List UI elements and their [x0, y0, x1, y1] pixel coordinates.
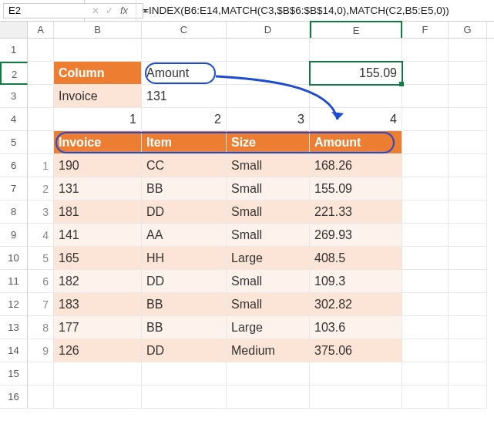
cell[interactable] — [402, 177, 449, 200]
cell[interactable] — [402, 386, 449, 409]
col-header-C[interactable]: C — [142, 22, 227, 38]
cell[interactable] — [449, 386, 487, 409]
formula-input[interactable]: =INDEX(B6:E14,MATCH(C3,$B$6:$B$14,0),MAT… — [136, 0, 494, 21]
index-num[interactable]: 6 — [28, 270, 54, 293]
lookup-invoice-label[interactable]: Invoice — [54, 85, 142, 108]
index-num[interactable]: 3 — [28, 200, 54, 224]
cell-item[interactable]: BB — [142, 316, 227, 339]
cell-amount[interactable]: 103.6 — [310, 316, 402, 339]
index-num[interactable]: 2 — [28, 177, 54, 200]
row-header[interactable]: 13 — [0, 316, 28, 339]
cell[interactable] — [402, 270, 449, 293]
row-header[interactable]: 16 — [0, 386, 28, 409]
cell-invoice[interactable]: 182 — [54, 270, 142, 293]
lookup-column-value[interactable]: Amount — [142, 62, 227, 85]
row-header[interactable]: 11 — [0, 270, 28, 293]
cell[interactable] — [449, 154, 487, 177]
index-num[interactable]: 5 — [28, 247, 54, 270]
row-header[interactable]: 3 — [0, 85, 28, 108]
cell[interactable] — [28, 386, 54, 409]
cell-invoice[interactable]: 131 — [54, 177, 142, 200]
cell[interactable] — [402, 224, 449, 247]
cancel-icon[interactable]: ✕ — [89, 5, 102, 16]
row-header[interactable]: 15 — [0, 362, 28, 386]
cell-item[interactable]: HH — [142, 247, 227, 270]
cell-size[interactable]: Small — [227, 270, 310, 293]
cell-size[interactable]: Small — [227, 154, 310, 177]
cell[interactable] — [402, 154, 449, 177]
cell[interactable] — [449, 200, 487, 224]
cell[interactable] — [28, 85, 54, 108]
cell[interactable] — [449, 62, 487, 85]
cell-invoice[interactable]: 126 — [54, 339, 142, 362]
cell-invoice[interactable]: 141 — [54, 224, 142, 247]
cell[interactable] — [310, 85, 402, 108]
row-header[interactable]: 1 — [0, 39, 28, 62]
helper-num[interactable]: 3 — [227, 108, 310, 131]
cell[interactable] — [402, 62, 449, 85]
cell[interactable] — [310, 386, 402, 409]
cell-size[interactable]: Small — [227, 293, 310, 316]
helper-num[interactable]: 1 — [54, 108, 142, 131]
cell[interactable] — [449, 247, 487, 270]
col-header-F[interactable]: F — [402, 22, 449, 38]
row-header[interactable]: 12 — [0, 293, 28, 316]
cell-invoice[interactable]: 183 — [54, 293, 142, 316]
col-header-G[interactable]: G — [449, 22, 487, 38]
cell[interactable] — [449, 131, 487, 154]
cell[interactable] — [402, 247, 449, 270]
cell[interactable] — [449, 362, 487, 386]
index-num[interactable]: 1 — [28, 154, 54, 177]
table-header-invoice[interactable]: Invoice — [54, 131, 142, 154]
cell[interactable] — [54, 362, 142, 386]
cell[interactable] — [142, 386, 227, 409]
select-all-corner[interactable] — [0, 22, 28, 38]
index-num[interactable]: 4 — [28, 224, 54, 247]
cell[interactable] — [402, 362, 449, 386]
cell-item[interactable]: CC — [142, 154, 227, 177]
cell-amount[interactable]: 302.82 — [310, 293, 402, 316]
cell-amount[interactable]: 408.5 — [310, 247, 402, 270]
cell-invoice[interactable]: 190 — [54, 154, 142, 177]
index-num[interactable]: 8 — [28, 316, 54, 339]
cell-item[interactable]: DD — [142, 200, 227, 224]
cell-amount[interactable]: 269.93 — [310, 224, 402, 247]
cell[interactable] — [402, 108, 449, 131]
col-header-E[interactable]: E — [310, 21, 402, 38]
helper-num[interactable]: 2 — [142, 108, 227, 131]
cell[interactable] — [142, 39, 227, 62]
cell-amount[interactable]: 221.33 — [310, 200, 402, 224]
cell-invoice[interactable]: 165 — [54, 247, 142, 270]
cell[interactable] — [28, 362, 54, 386]
cell-size[interactable]: Large — [227, 316, 310, 339]
row-header[interactable]: 6 — [0, 154, 28, 177]
cell-amount[interactable]: 375.06 — [310, 339, 402, 362]
cell-item[interactable]: AA — [142, 224, 227, 247]
cell[interactable] — [227, 62, 310, 85]
cell[interactable] — [227, 362, 310, 386]
cell-item[interactable]: DD — [142, 270, 227, 293]
cell[interactable] — [142, 362, 227, 386]
cell-amount[interactable]: 168.26 — [310, 154, 402, 177]
cell-size[interactable]: Small — [227, 177, 310, 200]
cell-size[interactable]: Small — [227, 200, 310, 224]
row-header[interactable]: 2 — [0, 62, 28, 85]
col-header-A[interactable]: A — [28, 22, 54, 38]
cell[interactable] — [449, 224, 487, 247]
cell[interactable] — [54, 386, 142, 409]
cell-amount[interactable]: 109.3 — [310, 270, 402, 293]
cell-size[interactable]: Large — [227, 247, 310, 270]
cell[interactable] — [28, 108, 54, 131]
cell[interactable] — [310, 39, 402, 62]
cell[interactable] — [402, 39, 449, 62]
row-header[interactable]: 14 — [0, 339, 28, 362]
lookup-invoice-value[interactable]: 131 — [142, 85, 227, 108]
row-header[interactable]: 8 — [0, 200, 28, 224]
row-header[interactable]: 9 — [0, 224, 28, 247]
cell-invoice[interactable]: 177 — [54, 316, 142, 339]
table-header-item[interactable]: Item — [142, 131, 227, 154]
cell[interactable] — [227, 85, 310, 108]
cell[interactable] — [449, 108, 487, 131]
table-header-size[interactable]: Size — [227, 131, 310, 154]
cell[interactable] — [449, 316, 487, 339]
